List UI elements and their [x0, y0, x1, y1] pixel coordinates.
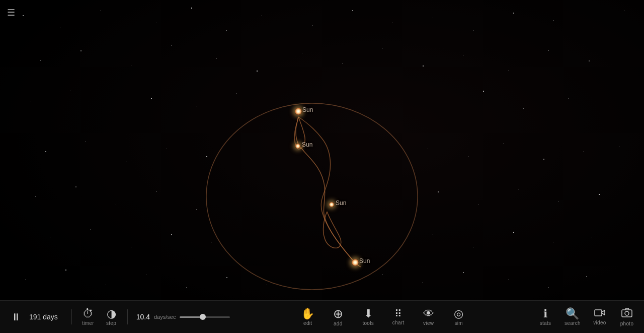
star	[116, 204, 116, 205]
star	[624, 10, 624, 11]
sim-button[interactable]: ◎ sim	[450, 308, 468, 326]
stats-button[interactable]: ℹ stats	[536, 308, 554, 326]
star	[206, 156, 207, 157]
star	[473, 30, 473, 31]
star	[236, 93, 237, 94]
svg-rect-1	[595, 310, 602, 316]
view-button[interactable]: 👁 view	[420, 308, 438, 326]
star	[111, 111, 111, 111]
star	[30, 101, 31, 101]
svg-rect-2	[622, 310, 632, 317]
toolbar-left: ⏸ 191 days ⏱ timer ◑ step 10.4 days/sec	[8, 308, 230, 326]
step-icon: ◑	[107, 308, 116, 319]
view-icon: 👁	[423, 308, 434, 319]
edit-icon: ✋	[301, 308, 314, 319]
video-button[interactable]: video	[591, 308, 609, 325]
star	[382, 48, 383, 48]
sim-icon: ◎	[454, 308, 463, 319]
star	[186, 287, 187, 288]
star	[503, 144, 504, 144]
star	[428, 149, 428, 149]
star	[382, 275, 383, 275]
star	[50, 237, 51, 237]
photo-button[interactable]: photo	[618, 308, 636, 326]
timer-button[interactable]: ⏱ timer	[79, 308, 97, 326]
svg-point-3	[625, 311, 629, 315]
speed-control: 10.4 days/sec	[135, 313, 230, 321]
sun-body	[295, 144, 300, 149]
star	[106, 285, 106, 285]
pause-button[interactable]: ⏸	[8, 309, 24, 325]
chart-button[interactable]: ⠿ chart	[389, 309, 408, 325]
add-icon: ⊕	[333, 308, 343, 320]
star	[508, 71, 509, 71]
toolbar-right: ℹ stats 🔍 search video	[536, 308, 636, 326]
star	[166, 149, 167, 149]
star	[619, 146, 619, 147]
sun-body	[329, 202, 334, 207]
add-button[interactable]: ⊕ add	[329, 308, 347, 326]
star	[473, 247, 473, 247]
star	[156, 191, 156, 192]
star	[257, 71, 258, 72]
star	[211, 242, 212, 242]
sun-label: Sun	[302, 141, 312, 148]
edit-button[interactable]: ✋ edit	[299, 308, 317, 326]
star	[70, 91, 71, 91]
timer-icon: ⏱	[83, 308, 94, 319]
star	[423, 282, 423, 283]
star	[553, 20, 554, 21]
star	[558, 202, 559, 202]
sun-label: Sun	[359, 257, 370, 264]
sun-label: Sun	[336, 199, 346, 207]
sun-body	[295, 108, 302, 115]
chart-icon: ⠿	[394, 309, 402, 319]
star	[599, 194, 600, 195]
star	[569, 98, 569, 99]
star	[23, 15, 24, 16]
star	[196, 106, 197, 106]
step-button[interactable]: ◑ step	[102, 308, 120, 326]
star	[352, 10, 353, 11]
star	[91, 229, 91, 230]
star	[171, 45, 172, 46]
stats-icon: ℹ	[543, 308, 547, 319]
star	[594, 28, 594, 28]
star	[45, 151, 46, 152]
star	[126, 161, 126, 162]
star	[151, 98, 152, 99]
simulation-canvas: SunSunSunSun	[0, 0, 644, 333]
star	[80, 50, 82, 51]
speed-slider[interactable]	[180, 316, 230, 318]
star	[553, 242, 554, 242]
star	[191, 8, 192, 9]
svg-point-0	[206, 103, 418, 290]
star	[262, 15, 262, 16]
menu-button[interactable]: ☰	[7, 7, 15, 18]
star	[226, 277, 227, 278]
star	[342, 63, 343, 63]
days-counter: 191 days	[29, 313, 64, 321]
tools-icon: ⬇	[364, 308, 373, 319]
star	[196, 209, 197, 210]
star	[131, 65, 131, 66]
star	[131, 247, 131, 247]
star	[478, 204, 478, 205]
star	[75, 186, 76, 187]
star	[86, 141, 86, 142]
star	[216, 58, 217, 58]
star	[226, 30, 227, 31]
divider-2	[127, 309, 128, 324]
star	[423, 65, 424, 66]
star	[518, 189, 519, 189]
search-icon: 🔍	[566, 308, 579, 319]
star	[40, 60, 41, 61]
star	[586, 276, 587, 277]
star	[523, 108, 524, 109]
search-button[interactable]: 🔍 search	[564, 308, 582, 326]
tools-button[interactable]: ⬇ tools	[359, 308, 377, 326]
star	[443, 101, 443, 101]
star	[548, 287, 549, 288]
photo-icon	[621, 308, 632, 320]
star	[35, 196, 36, 197]
